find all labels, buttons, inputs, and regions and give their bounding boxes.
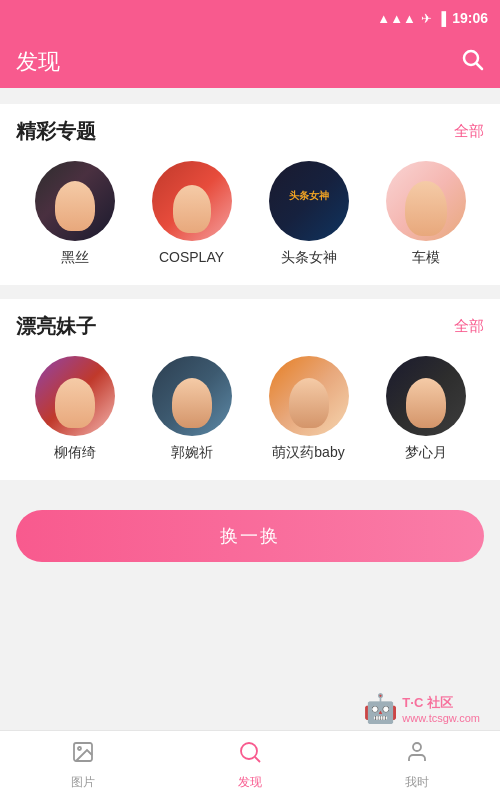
avatar-guo	[152, 356, 232, 436]
featured-avatar-grid: 黑丝 COSPLAY 头条女神 车模	[16, 161, 484, 267]
status-bar: ▲▲▲ ✈ ▐ 19:06	[0, 0, 500, 36]
status-icons: ▲▲▲ ✈ ▐	[377, 11, 446, 26]
avatar-mengx	[386, 356, 466, 436]
nav-item-woshi[interactable]: 我时	[333, 740, 500, 791]
featured-item-cosplay[interactable]: COSPLAY	[152, 161, 232, 265]
label-guo: 郭婉祈	[171, 444, 213, 462]
label-liu: 柳侑绮	[54, 444, 96, 462]
label-chemo: 车模	[412, 249, 440, 267]
pretty-item-liu[interactable]: 柳侑绮	[35, 356, 115, 462]
avatar-chemo	[386, 161, 466, 241]
avatar-liu	[35, 356, 115, 436]
pretty-section-header: 漂亮妹子 全部	[16, 313, 484, 340]
main-content: 精彩专题 全部 黑丝 COSPLAY 头条女神 车模 漂亮	[0, 88, 500, 754]
featured-section: 精彩专题 全部 黑丝 COSPLAY 头条女神 车模	[0, 104, 500, 285]
top-bar: 发现	[0, 36, 500, 88]
watermark: 🤖 T·C 社区 www.tcsgw.com	[363, 692, 480, 725]
svg-point-0	[464, 51, 478, 65]
svg-point-6	[413, 743, 421, 751]
nav-item-discover[interactable]: 发现	[167, 740, 334, 791]
woshi-icon	[405, 740, 429, 770]
watermark-brand: T·C 社区	[402, 694, 480, 712]
nav-label-discover: 发现	[238, 774, 262, 791]
pretty-avatar-grid: 柳侑绮 郭婉祈 萌汉药baby 梦心月	[16, 356, 484, 462]
page-title: 发现	[16, 47, 60, 77]
bottom-nav: 图片 发现 我时	[0, 730, 500, 800]
pretty-section: 漂亮妹子 全部 柳侑绮 郭婉祈 萌汉药baby 梦心月	[0, 299, 500, 480]
featured-item-nvshen[interactable]: 头条女神	[269, 161, 349, 267]
avatar-cosplay	[152, 161, 232, 241]
svg-line-1	[477, 64, 482, 69]
nav-item-photos[interactable]: 图片	[0, 740, 167, 791]
photos-icon	[71, 740, 95, 770]
label-cosplay: COSPLAY	[159, 249, 224, 265]
avatar-heisi	[35, 161, 115, 241]
svg-point-3	[78, 747, 81, 750]
label-nvshen: 头条女神	[281, 249, 337, 267]
status-time: 19:06	[452, 10, 488, 26]
wifi-icon: ▲▲▲	[377, 11, 416, 26]
watermark-url: www.tcsgw.com	[402, 712, 480, 724]
refresh-section: 换一换	[0, 494, 500, 578]
label-meng: 萌汉药baby	[272, 444, 344, 462]
featured-section-header: 精彩专题 全部	[16, 118, 484, 145]
featured-item-heisi[interactable]: 黑丝	[35, 161, 115, 267]
featured-section-more[interactable]: 全部	[454, 122, 484, 141]
nav-label-woshi: 我时	[405, 774, 429, 791]
svg-line-5	[255, 757, 260, 762]
avatar-nvshen	[269, 161, 349, 241]
plane-icon: ✈	[421, 11, 432, 26]
label-mengx: 梦心月	[405, 444, 447, 462]
pretty-item-mengx[interactable]: 梦心月	[386, 356, 466, 462]
featured-section-title: 精彩专题	[16, 118, 96, 145]
pretty-item-meng[interactable]: 萌汉药baby	[269, 356, 349, 462]
search-button[interactable]	[460, 47, 484, 77]
refresh-button[interactable]: 换一换	[16, 510, 484, 562]
svg-point-4	[241, 743, 257, 759]
featured-item-chemo[interactable]: 车模	[386, 161, 466, 267]
pretty-item-guo[interactable]: 郭婉祈	[152, 356, 232, 462]
pretty-section-more[interactable]: 全部	[454, 317, 484, 336]
pretty-section-title: 漂亮妹子	[16, 313, 96, 340]
discover-icon	[238, 740, 262, 770]
label-heisi: 黑丝	[61, 249, 89, 267]
nav-label-photos: 图片	[71, 774, 95, 791]
battery-icon: ▐	[437, 11, 446, 26]
avatar-meng	[269, 356, 349, 436]
